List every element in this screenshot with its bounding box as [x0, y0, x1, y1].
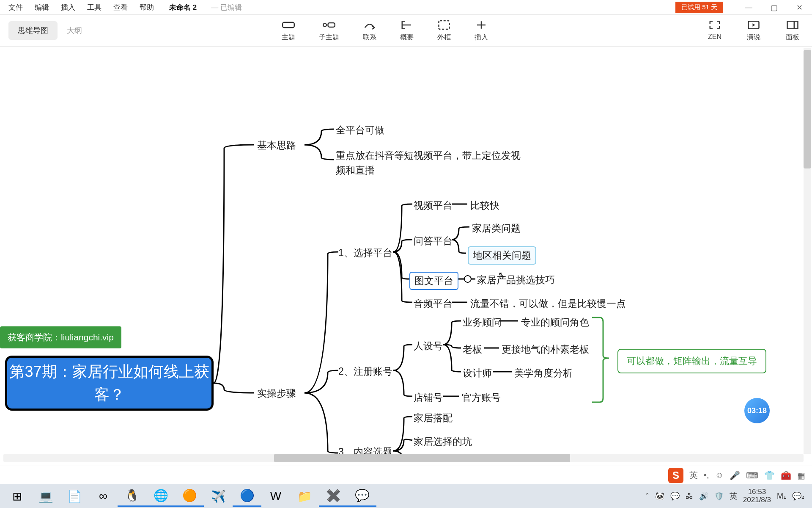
minimize-button[interactable]: — [736, 3, 761, 12]
ime-lang[interactable]: 英 [689, 469, 698, 481]
cursor-icon: ↖ [498, 270, 505, 280]
node-video-value[interactable]: 比较快 [470, 199, 499, 212]
node-role-c[interactable]: 设计师 [463, 367, 492, 380]
close-button[interactable]: ✕ [787, 3, 812, 12]
node-qa-platform[interactable]: 问答平台 [414, 235, 453, 248]
toolbar: 思维导图 大纲 主题 子主题 联系 概要 外框 插入 ZEN 演说 面板 [0, 15, 812, 47]
toolbar-sub-topic[interactable]: 子主题 [319, 19, 339, 42]
node-role-a-value[interactable]: 专业的顾问角色 [521, 316, 589, 329]
node-p3-b[interactable]: 家居选择的坑 [414, 435, 472, 448]
floating-timer[interactable]: 03:18 [744, 398, 770, 423]
node-role-b[interactable]: 老板 [463, 343, 482, 356]
node-role-a[interactable]: 业务顾问 [463, 316, 502, 329]
node-basic-idea[interactable]: 基本思路 [257, 139, 296, 152]
tray-icon-1[interactable]: 🐼 [655, 491, 664, 501]
svg-rect-0 [283, 22, 294, 28]
taskbar-app-xmind[interactable]: ✖️ [319, 486, 348, 507]
taskbar-app-wps[interactable]: W [261, 486, 290, 507]
system-tray: ˄ 🐼 💬 🖧 🔊 🛡️ 英 16:532021/8/3 M₁ 💬₂ [645, 488, 809, 504]
tray-shield-icon[interactable]: 🛡️ [714, 491, 724, 501]
taskbar-app-wechat[interactable]: 💬 [348, 486, 376, 507]
node-qa-a[interactable]: 家居类问题 [472, 222, 521, 235]
skin-icon[interactable]: 👕 [764, 470, 775, 480]
toolbar-relationship[interactable]: 联系 [363, 19, 376, 42]
node-pic-platform-selected[interactable]: 图文平台 [409, 272, 458, 290]
node-p1[interactable]: 1、选择平台 [338, 246, 392, 260]
svg-point-7 [464, 276, 471, 282]
tray-icon-2[interactable]: 💬 [670, 491, 680, 501]
toolbar-zen[interactable]: ZEN [708, 19, 721, 42]
tray-notifications-icon[interactable]: 💬₂ [792, 491, 804, 501]
sogou-icon[interactable]: S [668, 468, 683, 483]
menu-help[interactable]: 帮助 [140, 3, 154, 12]
taskbar-app-5[interactable]: ✈️ [204, 486, 233, 507]
tray-badge-1[interactable]: M₁ [777, 491, 786, 501]
tray-volume-icon[interactable]: 🔊 [699, 491, 708, 501]
scrollbar-thumb[interactable] [274, 454, 570, 462]
toolbox-icon[interactable]: 🧰 [781, 470, 791, 480]
taskbar-app-4[interactable]: 🟠 [175, 486, 204, 507]
ime-punct-icon[interactable]: •, [704, 470, 709, 480]
node-video-platform[interactable]: 视频平台 [414, 199, 453, 212]
menu-view[interactable]: 查看 [113, 3, 128, 12]
scrollbar-thumb[interactable] [804, 50, 811, 168]
tab-outline[interactable]: 大纲 [58, 21, 91, 40]
tray-chevron-icon[interactable]: ˄ [645, 491, 649, 501]
toolbar-frame[interactable]: 外框 [437, 19, 451, 42]
scrollbar-vertical[interactable] [804, 48, 811, 454]
window-controls: 已试用 51 天 — ▢ ✕ [675, 0, 812, 15]
trial-badge[interactable]: 已试用 51 天 [675, 2, 723, 13]
node-qa-b-hovered[interactable]: 地区相关问题 [468, 246, 536, 265]
toolbar-insert[interactable]: 插入 [475, 19, 488, 42]
node-basic-2[interactable]: 重点放在抖音等短视频平台，带上定位发视频和直播 [336, 148, 522, 177]
toolbar-summary[interactable]: 概要 [400, 19, 414, 42]
toolbar-panel[interactable]: 面板 [786, 19, 799, 42]
document-state: — 已编辑 [211, 3, 242, 12]
taskbar-app-2[interactable]: 📄 [60, 486, 89, 507]
node-p3-a[interactable]: 家居搭配 [414, 411, 453, 425]
scrollbar-horizontal[interactable] [3, 454, 804, 462]
node-role-b-value[interactable]: 更接地气的朴素老板 [502, 343, 589, 356]
taskbar-clock[interactable]: 16:532021/8/3 [743, 488, 771, 504]
root-topic[interactable]: 第37期：家居行业如何线上获客？ [5, 356, 214, 411]
maximize-button[interactable]: ▢ [761, 3, 787, 12]
node-role-c-value[interactable]: 美学角度分析 [514, 367, 573, 380]
toolbar-main-topic[interactable]: 主题 [282, 19, 295, 42]
taskbar-app-3[interactable]: ∞ [89, 486, 118, 507]
taskbar-app-6[interactable]: 🔵 [233, 486, 261, 507]
emoji-icon[interactable]: ☺ [715, 470, 724, 480]
tray-network-icon[interactable]: 🖧 [686, 492, 693, 501]
node-practice-steps[interactable]: 实操步骤 [257, 387, 296, 400]
taskbar-app-1[interactable]: 💻 [31, 486, 60, 507]
menu-insert[interactable]: 插入 [61, 3, 75, 12]
menu-tools[interactable]: 工具 [87, 3, 102, 12]
node-audio-platform[interactable]: 音频平台 [414, 297, 453, 310]
grid-icon[interactable]: ▦ [797, 470, 805, 480]
node-role-account[interactable]: 人设号 [414, 340, 443, 353]
node-p2[interactable]: 2、注册账号 [338, 365, 392, 378]
node-basic-1[interactable]: 全平台可做 [336, 124, 384, 137]
document-title: 未命名 2 [169, 3, 197, 12]
node-pic-value[interactable]: 家居产品挑选技巧 [477, 273, 555, 287]
mindmap-canvas[interactable]: 获客商学院：liuliangchi.vip 第37期：家居行业如何线上获客？ 基… [0, 47, 812, 457]
menu-file[interactable]: 文件 [8, 3, 23, 12]
node-shop-account[interactable]: 店铺号 [414, 391, 443, 404]
keyboard-icon[interactable]: ⌨ [746, 470, 758, 480]
ime-toolbar: S 英 •, ☺ 🎤 ⌨ 👕 🧰 ▦ [0, 466, 812, 484]
tray-ime-icon[interactable]: 英 [730, 491, 737, 501]
toolbar-present[interactable]: 演说 [747, 19, 760, 42]
taskbar-app-explorer[interactable]: 📁 [290, 486, 319, 507]
svg-rect-2 [328, 23, 335, 27]
svg-point-1 [323, 23, 326, 27]
mic-icon[interactable]: 🎤 [730, 470, 740, 480]
tab-mindmap[interactable]: 思维导图 [8, 21, 58, 40]
svg-rect-5 [787, 21, 798, 29]
start-button[interactable]: ⊞ [3, 486, 31, 507]
taskbar-app-chrome[interactable]: 🌐 [146, 486, 175, 507]
node-shop-value[interactable]: 官方账号 [462, 391, 501, 404]
floating-label[interactable]: 获客商学院：liuliangchi.vip [0, 326, 121, 348]
node-audio-value[interactable]: 流量不错，可以做，但是比较慢一点 [470, 297, 626, 310]
menu-edit[interactable]: 编辑 [35, 3, 49, 12]
taskbar-app-qq[interactable]: 🐧 [118, 486, 146, 507]
summary-note[interactable]: 可以都做，矩阵输出，流量互导 [617, 349, 766, 373]
